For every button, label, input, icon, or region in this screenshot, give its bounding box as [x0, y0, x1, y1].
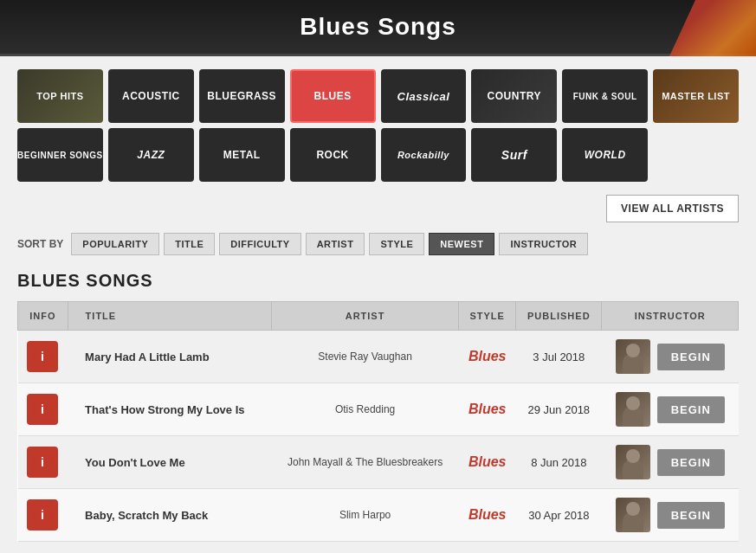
- svg-text:i: i: [41, 402, 44, 416]
- genre-btn-metal[interactable]: METAL: [199, 128, 285, 182]
- table-row: i Baby, Scratch My Back Slim Harpo Blues…: [18, 489, 739, 542]
- col-artist: ARTIST: [271, 302, 458, 331]
- instructor-avatar: [616, 392, 650, 427]
- genre-btn-jazz[interactable]: Jazz: [108, 128, 194, 182]
- genre-btn-rockabilly[interactable]: Rockabilly: [381, 128, 467, 182]
- genre-btn-master[interactable]: MASTER LIST: [653, 69, 739, 123]
- view-artists-row: VIEW ALL ARTISTS: [17, 195, 739, 222]
- genre-btn-bluegrass[interactable]: BLUEGRASS: [199, 69, 285, 123]
- begin-button[interactable]: BEGIN: [657, 344, 725, 370]
- genre-btn-classical[interactable]: Classical: [381, 69, 467, 123]
- song-style: Blues: [459, 331, 516, 383]
- info-icon-btn[interactable]: i: [27, 447, 58, 478]
- svg-text:i: i: [41, 508, 44, 522]
- section-title: BLUES SONGS: [17, 271, 739, 291]
- info-cell: i: [18, 331, 68, 383]
- col-info: INFO: [18, 302, 68, 331]
- instructor-avatar: [616, 445, 650, 479]
- info-cell: i: [18, 383, 68, 436]
- song-title: You Don't Love Me: [68, 436, 271, 489]
- song-published: 29 Jun 2018: [516, 383, 602, 436]
- genre-grid: TOP HITS Acoustic BLUEGRASS Blues Classi…: [17, 69, 739, 182]
- sort-instructor[interactable]: INSTRUCTOR: [499, 233, 588, 255]
- view-all-artists-button[interactable]: VIEW ALL ARTISTS: [606, 195, 739, 222]
- page-header: Blues Songs: [0, 0, 756, 56]
- begin-button[interactable]: BEGIN: [657, 502, 725, 529]
- sort-popularity[interactable]: POPULARITY: [71, 233, 159, 255]
- instructor-avatar: [616, 339, 650, 374]
- main-content: TOP HITS Acoustic BLUEGRASS Blues Classi…: [0, 56, 756, 553]
- genre-btn-top-hits[interactable]: TOP HITS: [17, 69, 103, 123]
- song-style: Blues: [459, 383, 516, 436]
- header-guitar-decoration: [669, 0, 756, 56]
- instructor-avatar: [616, 498, 650, 532]
- sort-newest[interactable]: NEWEST: [429, 233, 494, 255]
- svg-text:i: i: [41, 350, 44, 363]
- sort-difficulty[interactable]: DIFFICULTY: [219, 233, 300, 255]
- songs-table: INFO TITLE ARTIST STYLE PUBLISHED INSTRU…: [17, 301, 739, 542]
- song-title: Baby, Scratch My Back: [68, 489, 271, 542]
- info-icon-btn[interactable]: i: [27, 394, 58, 425]
- table-row: i That's How Strong My Love Is Otis Redd…: [18, 383, 739, 436]
- genre-btn-beginner[interactable]: BEGINNER SONGS: [17, 128, 103, 182]
- begin-button[interactable]: BEGIN: [657, 396, 725, 423]
- svg-text:i: i: [41, 455, 44, 469]
- song-published: 30 Apr 2018: [516, 489, 602, 542]
- genre-btn-surf[interactable]: Surf: [471, 128, 557, 182]
- col-instructor: INSTRUCTOR: [602, 302, 739, 331]
- sort-artist[interactable]: ARTIST: [306, 233, 365, 255]
- song-published: 3 Jul 2018: [516, 331, 602, 383]
- instructor-cell: BEGIN: [602, 489, 739, 542]
- info-cell: i: [18, 436, 68, 489]
- song-published: 8 Jun 2018: [516, 436, 602, 489]
- instructor-cell: BEGIN: [602, 331, 739, 383]
- sort-row: SORT BY POPULARITY TITLE DIFFICULTY ARTI…: [17, 233, 739, 255]
- song-artist: Otis Redding: [271, 383, 458, 436]
- instructor-cell: BEGIN: [602, 436, 739, 489]
- song-title: Mary Had A Little Lamb: [68, 331, 271, 383]
- genre-placeholder: [653, 128, 739, 182]
- begin-button[interactable]: BEGIN: [657, 449, 725, 476]
- col-published: PUBLISHED: [516, 302, 602, 331]
- genre-btn-country[interactable]: COUNTRY: [471, 69, 557, 123]
- sort-style[interactable]: STYLE: [369, 233, 424, 255]
- info-icon-btn[interactable]: i: [27, 499, 58, 530]
- song-artist: Slim Harpo: [271, 489, 458, 542]
- genre-btn-world[interactable]: World: [562, 128, 648, 182]
- song-style: Blues: [459, 489, 516, 542]
- sort-title[interactable]: TITLE: [164, 233, 215, 255]
- info-cell: i: [18, 489, 68, 542]
- table-header-row: INFO TITLE ARTIST STYLE PUBLISHED INSTRU…: [18, 302, 739, 331]
- info-icon-btn[interactable]: i: [27, 341, 58, 372]
- song-title: That's How Strong My Love Is: [68, 383, 271, 436]
- genre-btn-rock[interactable]: ROCK: [290, 128, 376, 182]
- page-title: Blues Songs: [300, 13, 456, 41]
- genre-btn-blues[interactable]: Blues: [290, 69, 376, 123]
- song-artist: John Mayall & The Bluesbreakers: [271, 436, 458, 489]
- genre-btn-funk[interactable]: FUNK & SOUL: [562, 69, 648, 123]
- col-title: TITLE: [68, 302, 271, 331]
- table-row: i You Don't Love Me John Mayall & The Bl…: [18, 436, 739, 489]
- instructor-cell: BEGIN: [602, 383, 739, 436]
- genre-btn-acoustic[interactable]: Acoustic: [108, 69, 194, 123]
- sort-label: SORT BY: [17, 238, 63, 250]
- col-style: STYLE: [459, 302, 516, 331]
- song-artist: Stevie Ray Vaughan: [271, 331, 458, 383]
- table-row: i Mary Had A Little Lamb Stevie Ray Vaug…: [18, 331, 739, 383]
- song-style: Blues: [459, 436, 516, 489]
